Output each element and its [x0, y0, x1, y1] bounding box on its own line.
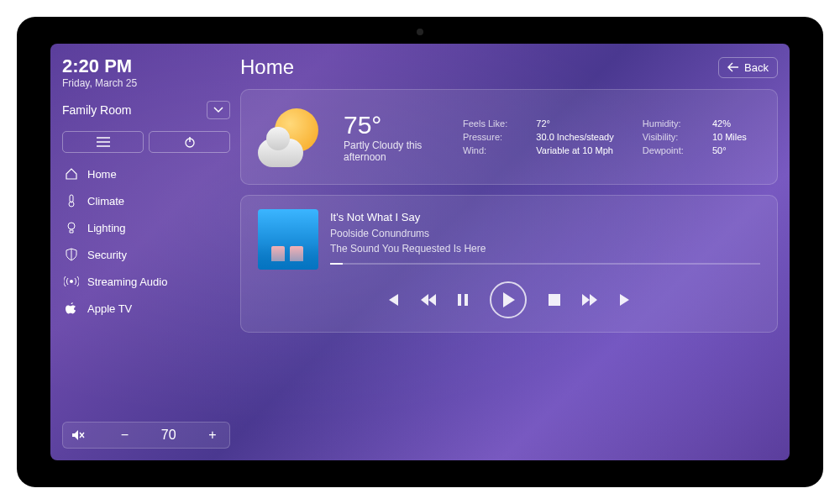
track-info: It's Not What I Say Poolside Conundrums … [330, 209, 760, 265]
stop-button[interactable] [549, 294, 560, 306]
clock-date: Friday, March 25 [62, 77, 230, 89]
progress-bar[interactable] [330, 263, 760, 265]
skip-back-button[interactable] [386, 294, 399, 306]
quick-actions [62, 131, 230, 153]
track-album: The Sound You Requested Is Here [330, 241, 760, 256]
weather-details: Feels Like: 72° Humidity: 42% Pressure: … [463, 118, 760, 155]
wind-label: Wind: [463, 145, 521, 155]
sidebar: 2:20 PM Friday, March 25 Family Room [62, 55, 230, 449]
skip-forward-button[interactable] [619, 294, 633, 306]
volume-up-button[interactable]: + [204, 428, 221, 443]
condition-text: Partly Cloudy this afternoon [344, 139, 444, 163]
fast-forward-button[interactable] [582, 294, 597, 306]
weather-card: 75° Partly Cloudy this afternoon Feels L… [240, 89, 778, 185]
nav-label: Climate [87, 195, 124, 207]
nav-label: Streaming Audio [87, 276, 167, 288]
feels-like-label: Feels Like: [463, 118, 521, 129]
room-label: Family Room [62, 103, 131, 117]
room-selector[interactable]: Family Room [62, 97, 230, 123]
home-icon [64, 166, 79, 181]
clock-time: 2:20 PM [62, 55, 230, 77]
media-controls [258, 281, 760, 318]
power-icon [184, 136, 196, 148]
shield-icon [64, 247, 79, 262]
page-title: Home [240, 55, 294, 79]
nav-label: Home [87, 168, 117, 181]
nav-item-appletv[interactable]: Apple TV [62, 296, 230, 321]
weather-icon [258, 103, 325, 171]
back-label: Back [744, 61, 769, 74]
main-content: Home Back 75° Partly Cloudy this afterno… [240, 55, 778, 449]
nav-label: Apple TV [87, 302, 132, 315]
nav-item-lighting[interactable]: Lighting [62, 215, 230, 240]
chevron-down-icon[interactable] [207, 101, 230, 119]
play-button[interactable] [490, 281, 527, 318]
track-title: It's Not What I Say [330, 209, 760, 226]
volume-level: 70 [161, 428, 176, 443]
clock-block: 2:20 PM Friday, March 25 [62, 55, 230, 89]
screen: 2:20 PM Friday, March 25 Family Room [50, 44, 790, 460]
apple-icon [64, 301, 79, 316]
svg-rect-8 [549, 294, 560, 306]
tablet-frame: 2:20 PM Friday, March 25 Family Room [17, 17, 823, 487]
svg-point-4 [68, 223, 75, 229]
bulb-icon [64, 220, 79, 235]
camera-dot [417, 29, 423, 35]
back-button[interactable]: Back [718, 57, 778, 78]
audio-icon [64, 274, 79, 289]
nav-label: Lighting [87, 222, 126, 234]
back-arrow-icon [727, 62, 739, 72]
cloud-icon [258, 139, 303, 167]
album-art [258, 209, 318, 270]
pause-button[interactable] [458, 294, 468, 306]
svg-rect-6 [458, 294, 461, 306]
visibility-value: 10 Miles [712, 132, 760, 142]
humidity-label: Humidity: [643, 118, 697, 129]
weather-main: 75° Partly Cloudy this afternoon [344, 111, 444, 163]
pressure-label: Pressure: [463, 132, 521, 142]
menu-button[interactable] [62, 131, 144, 153]
track-artist: Poolside Conundrums [330, 226, 760, 241]
visibility-label: Visibility: [643, 132, 697, 142]
volume-down-button[interactable]: − [116, 428, 133, 443]
rewind-button[interactable] [421, 294, 436, 306]
temperature: 75° [344, 111, 444, 139]
media-card: It's Not What I Say Poolside Conundrums … [240, 195, 778, 333]
nav-label: Security [87, 249, 127, 261]
dewpoint-value: 50° [712, 145, 760, 155]
power-button[interactable] [149, 131, 230, 153]
mute-button[interactable] [71, 429, 88, 441]
nav-item-climate[interactable]: Climate [62, 188, 230, 213]
svg-rect-7 [465, 294, 468, 306]
thermometer-icon [64, 193, 79, 208]
wind-value: Variable at 10 Mph [536, 145, 627, 155]
humidity-value: 42% [712, 118, 760, 129]
media-info: It's Not What I Say Poolside Conundrums … [258, 209, 760, 270]
svg-point-5 [70, 280, 73, 283]
nav-list: Home Climate Lighting Security Streaming… [62, 161, 230, 321]
dewpoint-label: Dewpoint: [643, 145, 697, 155]
nav-item-security[interactable]: Security [62, 242, 230, 267]
nav-item-home[interactable]: Home [62, 161, 230, 186]
volume-control: − 70 + [62, 422, 230, 449]
nav-item-streaming[interactable]: Streaming Audio [62, 269, 230, 294]
pressure-value: 30.0 Inches/steady [536, 132, 627, 142]
hamburger-icon [97, 137, 110, 147]
feels-like-value: 72° [536, 118, 627, 129]
page-header: Home Back [240, 55, 778, 79]
